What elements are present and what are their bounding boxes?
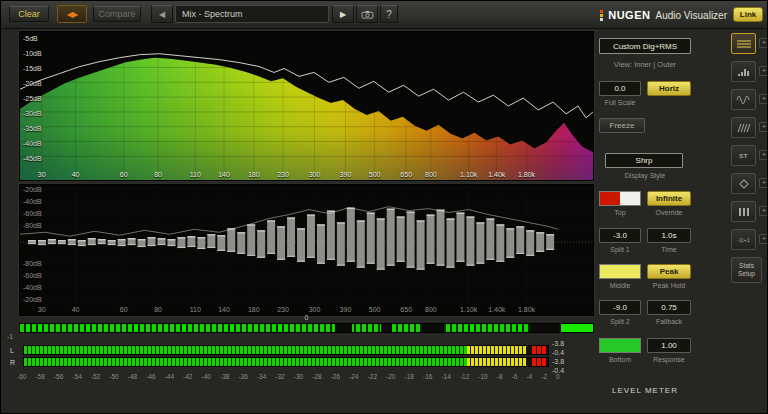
level-bars-icon (736, 206, 752, 218)
play-button[interactable]: ▶ (332, 5, 354, 23)
split2-input[interactable]: -9.0 (599, 300, 641, 315)
view-mode-label[interactable]: View: Inner | Outer (595, 61, 695, 69)
freq-axis-label: 80 (154, 171, 162, 178)
nugen-logo: NUGEN Audio Visualizer (600, 1, 727, 29)
response-label: Response (643, 356, 695, 363)
scale-tick-label: -14 (441, 374, 450, 381)
freq-axis-label: 110 (190, 306, 201, 313)
add-view-button[interactable]: + (759, 122, 768, 132)
fallback-label: Fallback (643, 318, 695, 325)
view-correlation-button[interactable]: -1|+1 (731, 229, 756, 250)
waveform-icon (736, 94, 752, 106)
swap-compare-button[interactable]: ◀▶ (57, 5, 87, 23)
freq-axis-label: 140 (218, 171, 230, 178)
db-axis-label: -35dB (23, 125, 42, 132)
infinite-button[interactable]: Infinite (647, 191, 691, 206)
response-input[interactable]: 1.00 (647, 338, 691, 353)
histogram-plot (20, 185, 593, 315)
add-view-button[interactable]: + (759, 66, 768, 76)
scale-tick-label: -18 (405, 374, 414, 381)
freq-axis-label: 800 (425, 306, 437, 313)
peak-button[interactable]: Peak (647, 264, 691, 279)
meter-red-zone (532, 358, 547, 366)
compare-button[interactable]: Compare (93, 6, 141, 22)
correlation-gap (381, 324, 392, 332)
display-style-dropdown[interactable]: Shrp (605, 153, 683, 168)
full-scale-label: Full Scale (591, 99, 649, 106)
view-level-bars-button[interactable] (731, 201, 756, 222)
fallback-input[interactable]: 0.75 (647, 300, 691, 315)
view-spectrogram-button[interactable] (731, 117, 756, 138)
scale-tick-label: -40 (202, 374, 211, 381)
preset-prev-button[interactable]: ◀ (151, 5, 173, 23)
freq-axis-label: 60 (120, 306, 128, 313)
stats-setup-button[interactable]: Stats Setup (731, 257, 762, 283)
freq-axis-label: 40 (72, 171, 80, 178)
scale-tick-label: -36 (238, 374, 247, 381)
freq-axis-label: 650 (400, 171, 412, 178)
top-color-swatch[interactable] (599, 191, 641, 206)
db-axis-label: -80dB (23, 260, 42, 267)
correlation-gap (335, 324, 352, 332)
clear-button[interactable]: Clear (9, 6, 49, 22)
snapshot-button[interactable] (356, 5, 378, 23)
db-axis-label: -10dB (23, 50, 42, 57)
correlation-gap (530, 324, 562, 332)
help-button[interactable]: ? (380, 5, 398, 23)
add-view-button[interactable]: + (759, 150, 768, 160)
control-panel: Custom Dig+RMS View: Inner | Outer 0.0 H… (595, 29, 697, 414)
meter-mode-dropdown[interactable]: Custom Dig+RMS (599, 38, 691, 54)
add-view-button[interactable]: + (759, 178, 768, 188)
level-meter-left (23, 345, 549, 355)
swap-arrows-icon: ◀▶ (67, 10, 77, 19)
freq-axis-label: 1.80k (518, 306, 535, 313)
scale-tick-label: -24 (349, 374, 358, 381)
histogram-bars-icon (736, 66, 752, 78)
view-vectorscope-button[interactable] (731, 173, 756, 194)
freq-axis-label: 1.80k (518, 171, 535, 178)
add-view-button[interactable]: + (759, 206, 768, 216)
link-button[interactable]: Link (733, 7, 763, 22)
db-axis-label: -20dB (23, 80, 42, 87)
meter-green-zone (24, 346, 467, 354)
view-waveform-button[interactable] (731, 89, 756, 110)
view-stereo-button[interactable]: ST (731, 145, 756, 166)
freq-axis-label: 40 (72, 306, 80, 313)
scale-tick-label: -32 (275, 374, 284, 381)
spectrum-lines-icon (736, 38, 752, 50)
view-spectrum-lines-button[interactable] (731, 33, 756, 54)
histogram-bars (28, 208, 554, 270)
add-view-button[interactable]: + (759, 234, 768, 244)
full-scale-input[interactable]: 0.0 (599, 81, 641, 96)
split1-input[interactable]: -3.0 (599, 228, 641, 243)
freq-axis-label: 110 (190, 171, 201, 178)
bottom-color-swatch[interactable] (599, 338, 641, 353)
scale-tick-label: -52 (91, 374, 100, 381)
preset-selector[interactable]: Mix - Spectrum (175, 5, 329, 23)
horiz-button[interactable]: Horiz (647, 81, 691, 96)
spectrum-display[interactable]: -5dB-10dB-15dB-20dB-25dB-30dB-35dB-40dB-… (19, 31, 594, 181)
middle-color-swatch[interactable] (599, 264, 641, 279)
add-view-button[interactable]: + (759, 38, 768, 48)
add-view-button[interactable]: + (759, 94, 768, 104)
db-axis-label: -40dB (23, 140, 42, 147)
scale-tick-label: -20 (386, 374, 395, 381)
toolbar: Clear ◀▶ Compare ◀ Mix - Spectrum ▶ ? NU… (1, 1, 768, 29)
db-axis-label: -15dB (23, 65, 42, 72)
scale-tick-label: -48 (128, 374, 137, 381)
scale-tick-label: -34 (257, 374, 266, 381)
scale-tick-label: 0 (556, 374, 560, 381)
histogram-display[interactable]: -20dB-40dB-60dB-80dB-80dB-60dB-40dB-20dB… (19, 184, 594, 316)
scale-tick-label: -22 (368, 374, 377, 381)
freeze-button[interactable]: Freeze (599, 118, 645, 133)
meter-green-zone (24, 358, 467, 366)
correlation-solid-segment (561, 324, 593, 332)
view-histogram-button[interactable] (731, 61, 756, 82)
meter-yellow-zone (467, 358, 527, 366)
correlation-meter (19, 323, 594, 333)
swatch-white-half (620, 192, 640, 205)
freq-axis-label: 300 (309, 306, 321, 313)
time-input[interactable]: 1.0s (647, 228, 691, 243)
level-meter-right (23, 357, 549, 367)
stereo-st-icon: ST (739, 153, 747, 159)
